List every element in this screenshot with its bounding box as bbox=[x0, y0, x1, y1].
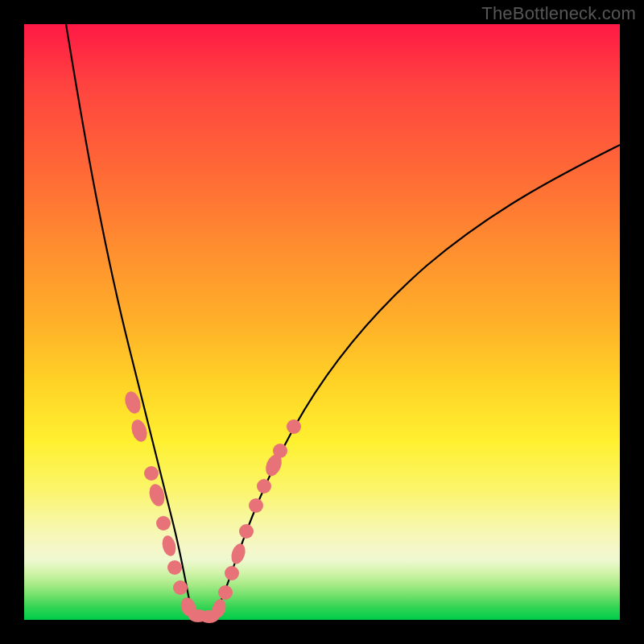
curve-left-branch bbox=[66, 24, 200, 618]
svg-point-4 bbox=[156, 516, 171, 530]
curve-svg bbox=[24, 24, 620, 620]
chart-frame: TheBottleneck.com bbox=[0, 0, 644, 644]
svg-point-1 bbox=[129, 418, 150, 444]
svg-point-12 bbox=[218, 585, 233, 600]
svg-point-6 bbox=[167, 560, 182, 575]
svg-point-14 bbox=[229, 542, 247, 566]
svg-point-7 bbox=[173, 580, 188, 595]
svg-point-20 bbox=[287, 419, 301, 434]
svg-point-19 bbox=[273, 444, 287, 458]
svg-point-15 bbox=[239, 524, 254, 539]
svg-point-5 bbox=[160, 534, 178, 557]
svg-point-2 bbox=[144, 466, 159, 481]
svg-point-13 bbox=[225, 566, 239, 580]
watermark-label: TheBottleneck.com bbox=[481, 3, 636, 24]
plot-area bbox=[24, 24, 620, 620]
svg-point-17 bbox=[257, 479, 271, 493]
curve-right-branch bbox=[209, 145, 620, 619]
svg-point-16 bbox=[249, 498, 263, 513]
